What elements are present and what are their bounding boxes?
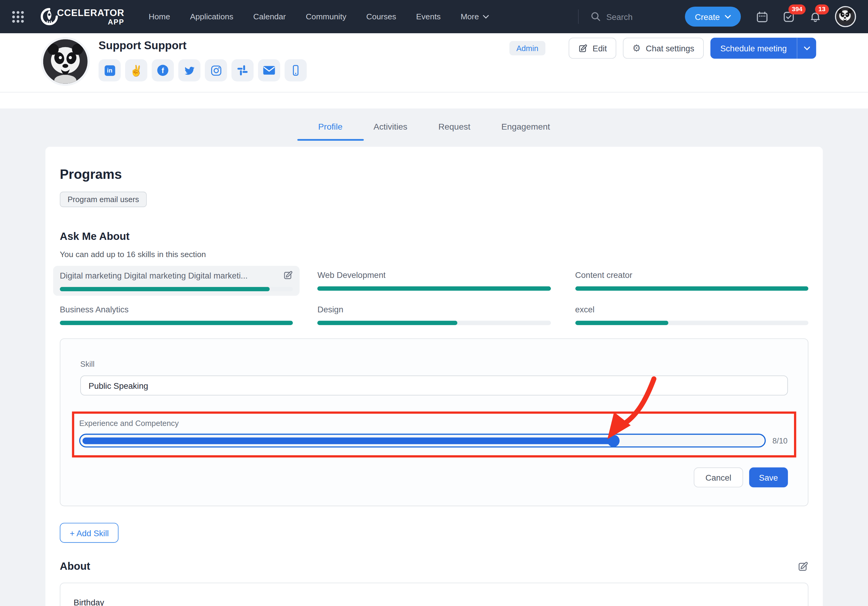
search-input[interactable]: Search (591, 11, 685, 22)
nav-item-calendar[interactable]: Calendar (253, 12, 286, 21)
tab-request[interactable]: Request (438, 122, 470, 141)
nav-item-courses[interactable]: Courses (366, 12, 396, 21)
about-heading: About (60, 560, 90, 573)
chevron-down-icon (483, 15, 489, 19)
social-button-slack[interactable] (231, 59, 253, 81)
social-button-linkedin[interactable]: in (98, 59, 121, 81)
search-placeholder: Search (606, 12, 632, 21)
cancel-button[interactable]: Cancel (694, 467, 743, 487)
logo-text-line2: APP (108, 18, 124, 25)
about-card: Birthday (60, 583, 809, 606)
gear-icon: ⚙ (632, 43, 641, 53)
skill-name-input[interactable] (81, 375, 788, 395)
birthday-label: Birthday (74, 598, 104, 606)
mobile-phone-icon (290, 64, 301, 76)
header-spacer (0, 93, 868, 108)
tab-profile[interactable]: Profile (318, 122, 343, 141)
facebook-icon: f (157, 65, 169, 76)
skill-name: Content creator (575, 270, 632, 280)
chat-settings-label: Chat settings (646, 43, 694, 53)
nav-item-community[interactable]: Community (305, 12, 346, 21)
schedule-meeting-button[interactable]: Schedule meeting (710, 38, 816, 59)
competency-field-label: Experience and Competency (79, 418, 789, 428)
skill-progress-fill (318, 287, 550, 291)
edit-pencil-icon (578, 43, 587, 53)
main-nav: HomeApplicationsCalendarCommunityCourses… (149, 12, 441, 21)
skill-tile[interactable]: Content creator (575, 270, 808, 291)
skill-progress-fill (60, 287, 270, 291)
tasks-badge: 394 (789, 5, 806, 14)
chevron-down-icon (725, 15, 731, 19)
acceleratorapp-logo[interactable]: CCELERATOR APP (39, 7, 124, 26)
social-button-facebook[interactable]: f (152, 59, 174, 81)
skill-progress-track (318, 321, 550, 325)
top-navbar: CCELERATOR APP HomeApplicationsCalendarC… (0, 0, 868, 33)
skill-progress-fill (575, 287, 808, 291)
rocket-icon (39, 7, 59, 26)
skill-progress-track (575, 321, 808, 325)
program-chip[interactable]: Program email users (60, 192, 147, 207)
edit-label: Edit (592, 43, 607, 53)
skill-field-label: Skill (81, 359, 788, 369)
skill-name: excel (575, 304, 594, 314)
chat-settings-button[interactable]: ⚙ Chat settings (623, 38, 704, 59)
slider-fill (82, 437, 615, 444)
nav-item-home[interactable]: Home (149, 12, 170, 21)
skill-tile[interactable]: Digital marketing Digital marketing Digi… (53, 266, 299, 296)
tasks-icon[interactable]: 394 (782, 10, 795, 23)
social-button-mobile[interactable] (285, 59, 307, 81)
skill-progress-track (60, 321, 293, 325)
add-skill-button[interactable]: + Add Skill (60, 523, 119, 543)
nav-item-events[interactable]: Events (416, 12, 441, 21)
ask-me-about-subtitle: You can add up to 16 skills in this sect… (60, 249, 809, 259)
social-links: in✌f (98, 59, 307, 81)
twitter-icon (184, 65, 195, 76)
skill-progress-track (318, 287, 550, 291)
social-button-twitter[interactable] (178, 59, 200, 81)
page: CCELERATOR APP HomeApplicationsCalendarC… (0, 0, 868, 606)
skill-tile[interactable]: Design (318, 304, 550, 325)
skill-name: Design (318, 304, 343, 314)
app-launcher-icon[interactable] (12, 11, 23, 22)
angellist-hand-icon: ✌ (130, 65, 143, 76)
tab-engagement[interactable]: Engagement (501, 122, 550, 141)
skill-progress-fill (575, 321, 668, 325)
create-label: Create (695, 12, 720, 21)
calendar-icon[interactable] (755, 10, 769, 23)
profile-name: Support Support (98, 39, 186, 52)
notifications-bell-icon[interactable]: 13 (809, 10, 822, 23)
skill-edit-icon[interactable] (283, 270, 293, 281)
social-button-angellist[interactable]: ✌ (125, 59, 147, 81)
skill-progress-track (60, 287, 293, 291)
competency-slider[interactable] (79, 434, 766, 447)
ask-me-about-heading: Ask Me About (60, 230, 809, 243)
about-edit-icon[interactable] (797, 561, 809, 572)
social-button-email[interactable] (258, 59, 280, 81)
skill-tile[interactable]: Business Analytics (60, 304, 293, 325)
role-badge: Admin (509, 41, 546, 56)
skill-progress-fill (318, 321, 457, 325)
edit-profile-button[interactable]: Edit (569, 38, 616, 59)
skill-tile[interactable]: Web Development (318, 270, 550, 291)
instagram-icon (210, 65, 222, 76)
profile-avatar[interactable] (43, 39, 88, 84)
user-avatar[interactable] (835, 6, 856, 27)
nav-item-more[interactable]: More (460, 12, 489, 21)
nav-more-label: More (460, 12, 479, 21)
skill-progress-track (575, 287, 808, 291)
slider-value: 8/10 (772, 436, 787, 445)
tab-activities[interactable]: Activities (374, 122, 408, 141)
create-button[interactable]: Create (685, 7, 741, 26)
skill-tile[interactable]: excel (575, 304, 808, 325)
profile-content-card: Programs Program email users Ask Me Abou… (45, 147, 823, 606)
search-icon (591, 11, 601, 22)
chevron-down-icon (804, 46, 810, 50)
schedule-meeting-dropdown[interactable] (797, 38, 816, 59)
slack-icon (237, 65, 248, 76)
nav-item-applications[interactable]: Applications (190, 12, 233, 21)
social-button-instagram[interactable] (205, 59, 227, 81)
profile-tabs: ProfileActivitiesRequestEngagement (0, 108, 868, 141)
slider-handle[interactable] (608, 434, 620, 446)
save-button[interactable]: Save (749, 467, 788, 487)
nav-divider (578, 9, 579, 24)
